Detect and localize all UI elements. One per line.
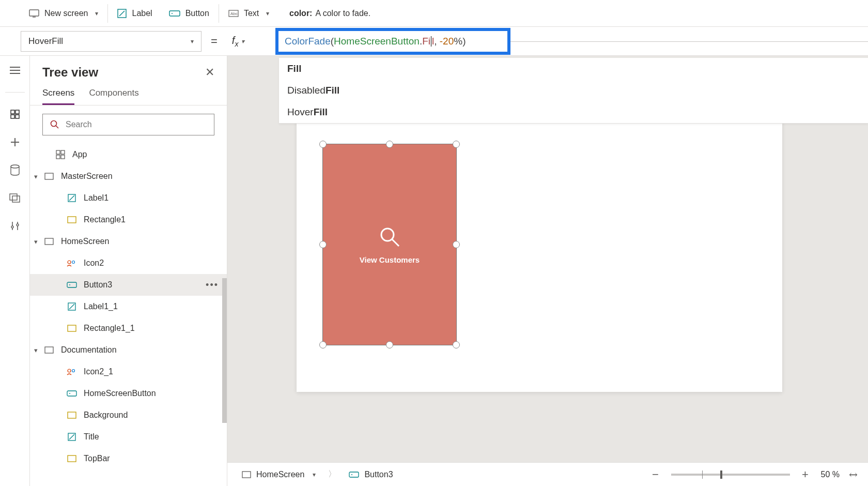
button-icon xyxy=(66,279,78,291)
tooltip-key: color: xyxy=(289,9,312,18)
crumb-label: Button3 xyxy=(364,470,393,479)
search-input[interactable] xyxy=(42,114,214,135)
svg-point-32 xyxy=(68,261,71,264)
svg-rect-27 xyxy=(45,173,53,179)
autocomplete-item[interactable]: DisabledFill xyxy=(279,80,868,101)
svg-rect-50 xyxy=(242,472,251,478)
hamburger-icon[interactable] xyxy=(8,63,22,78)
svg-rect-18 xyxy=(12,196,20,202)
breadcrumb-control[interactable]: Button3 xyxy=(345,468,397,481)
svg-rect-47 xyxy=(68,455,76,462)
breadcrumb-screen[interactable]: HomeScreen ▾ xyxy=(238,468,320,481)
tree-node-label1-1[interactable]: Label1_1 xyxy=(30,296,227,317)
resize-handle[interactable] xyxy=(386,141,393,148)
new-screen-button[interactable]: New screen ▾ xyxy=(21,5,106,22)
formula-input[interactable]: ColorFade(HomeScreenButton.Fil, -20%) xyxy=(275,28,510,55)
svg-text:Abc: Abc xyxy=(230,11,238,16)
insert-label-button[interactable]: Label xyxy=(109,5,160,22)
zoom-out-button[interactable]: − xyxy=(649,468,662,481)
resize-handle[interactable] xyxy=(319,141,327,148)
autocomplete-item[interactable]: HoverFill xyxy=(279,101,868,123)
top-ribbon: New screen ▾ Label Button Abc Text ▾ col… xyxy=(0,0,868,27)
tab-screens[interactable]: Screens xyxy=(42,88,74,105)
scrollbar[interactable] xyxy=(222,278,227,476)
property-selector[interactable]: HoverFill ▾ xyxy=(21,31,202,52)
svg-point-19 xyxy=(11,226,13,228)
tree-list: App ▾ MasterScreen Label1 Rectangle1 ▾ H xyxy=(30,144,227,486)
autocomplete-item[interactable]: Fill xyxy=(279,58,868,80)
tree-node-documentation[interactable]: ▾ Documentation xyxy=(30,339,227,361)
svg-rect-39 xyxy=(45,347,53,353)
svg-rect-26 xyxy=(61,155,65,159)
tree-node-topbar[interactable]: TopBar xyxy=(30,448,227,469)
resize-handle[interactable] xyxy=(319,241,327,248)
tools-icon[interactable] xyxy=(8,219,22,233)
fit-screen-icon[interactable]: ⤢ xyxy=(846,467,861,482)
svg-rect-11 xyxy=(16,110,19,114)
resize-handle[interactable] xyxy=(453,241,460,248)
separator xyxy=(5,92,25,93)
media-icon[interactable] xyxy=(8,191,22,205)
close-icon[interactable]: ✕ xyxy=(205,66,214,79)
insert-button-button[interactable]: Button xyxy=(161,5,218,22)
tab-components[interactable]: Components xyxy=(89,88,138,105)
chevron-down-icon: ▾ xyxy=(313,471,316,478)
svg-rect-30 xyxy=(68,217,76,223)
tree-node-homescreenbutton[interactable]: HomeScreenButton xyxy=(30,383,227,404)
tree-node-title[interactable]: Title xyxy=(30,426,227,448)
svg-point-52 xyxy=(351,474,352,475)
screen-icon xyxy=(29,9,39,18)
tree-node-background[interactable]: Background xyxy=(30,404,227,426)
screen-icon xyxy=(43,171,55,182)
node-label: HomeScreen xyxy=(61,237,109,246)
resize-handle[interactable] xyxy=(386,341,393,348)
node-label: Rectangle1_1 xyxy=(84,324,135,333)
fx-button[interactable]: fx ▾ xyxy=(227,33,250,50)
selected-button3[interactable]: View Customers xyxy=(322,144,457,345)
svg-point-41 xyxy=(72,370,75,372)
group-icon xyxy=(66,257,78,269)
label-label: Label xyxy=(132,9,152,18)
chevron-down-icon[interactable]: ▾ xyxy=(30,346,41,354)
button-content: View Customers xyxy=(323,144,456,345)
resize-handle[interactable] xyxy=(453,341,460,348)
data-icon[interactable] xyxy=(8,163,22,177)
tree-node-button3[interactable]: Button3 ••• xyxy=(30,274,227,296)
tree-node-icon2-1[interactable]: Icon2_1 xyxy=(30,361,227,383)
zoom-in-button[interactable]: + xyxy=(799,468,812,481)
tree-node-icon2[interactable]: Icon2 xyxy=(30,252,227,274)
resize-handle[interactable] xyxy=(453,141,460,148)
separator xyxy=(219,4,219,23)
rectangle-icon xyxy=(66,323,78,334)
tooltip-desc: A color to fade. xyxy=(315,9,370,18)
formula-text: ColorFade(HomeScreenButton.Fil, -20%) xyxy=(285,36,466,48)
chevron-down-icon[interactable]: ▾ xyxy=(30,238,41,246)
autocomplete-dropdown: Fill DisabledFill HoverFill xyxy=(279,58,868,124)
search-icon xyxy=(378,225,401,248)
insert-text-button[interactable]: Abc Text ▾ xyxy=(220,5,277,22)
svg-rect-12 xyxy=(11,115,14,118)
zoom-slider[interactable] xyxy=(671,474,790,476)
fx-icon: fx xyxy=(232,35,239,48)
resize-handle[interactable] xyxy=(319,341,327,348)
tree-node-homescreen[interactable]: ▾ HomeScreen xyxy=(30,231,227,252)
tree-node-app[interactable]: App xyxy=(30,144,227,165)
rectangle-icon xyxy=(66,214,78,225)
label-icon xyxy=(66,192,78,204)
tree-node-masterscreen[interactable]: ▾ MasterScreen xyxy=(30,165,227,187)
chevron-down-icon[interactable]: ▾ xyxy=(30,173,41,180)
svg-point-21 xyxy=(51,121,57,127)
insert-icon[interactable] xyxy=(8,135,22,149)
tree-node-rectangle1-1[interactable]: Rectangle1_1 xyxy=(30,317,227,339)
node-label: Rectangle1 xyxy=(84,215,126,224)
property-name: HoverFill xyxy=(28,36,63,47)
tree-node-rectangle1[interactable]: Rectangle1 xyxy=(30,209,227,231)
svg-rect-44 xyxy=(68,412,76,418)
search-field[interactable] xyxy=(66,120,207,129)
button-text: View Customers xyxy=(360,255,420,264)
tree-view-icon[interactable] xyxy=(8,107,22,122)
tree-node-label1[interactable]: Label1 xyxy=(30,187,227,209)
more-icon[interactable]: ••• xyxy=(206,280,219,291)
separator xyxy=(107,4,108,23)
node-label: Documentation xyxy=(61,345,117,355)
